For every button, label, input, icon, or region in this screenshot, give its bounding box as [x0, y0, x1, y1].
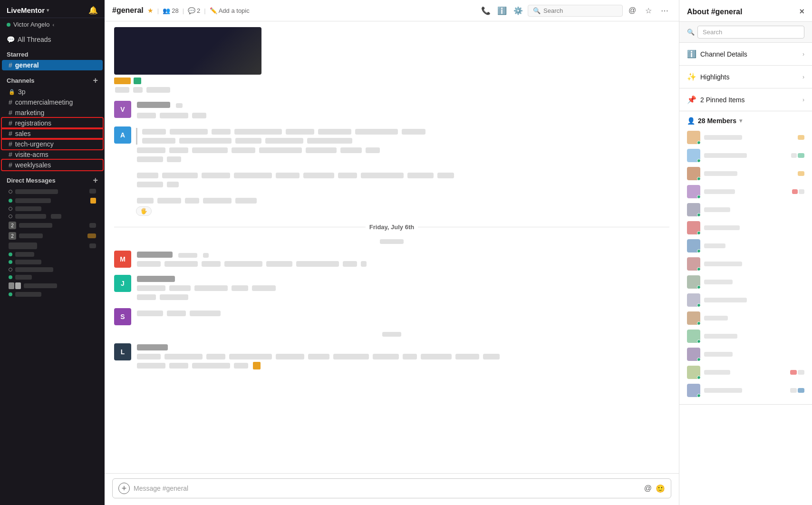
member-row-8[interactable]	[687, 255, 804, 273]
member-badges-14	[790, 370, 804, 375]
member-avatar-13	[687, 348, 700, 361]
dm-item-10[interactable]	[2, 266, 103, 273]
phone-icon-btn[interactable]: 📞	[479, 4, 493, 17]
star-icon[interactable]: ★	[147, 7, 154, 14]
message-input[interactable]	[134, 485, 640, 492]
dm-item-11[interactable]	[2, 273, 103, 281]
dm-item-4[interactable]	[2, 213, 103, 220]
member-row-3[interactable]	[687, 165, 804, 183]
ql10	[179, 138, 232, 144]
member-badges-2	[791, 153, 804, 158]
member-row-15[interactable]	[687, 381, 804, 399]
highlights-chevron: ›	[802, 74, 804, 80]
member-row-5[interactable]	[687, 201, 804, 219]
channels-label: Channels	[7, 77, 35, 84]
add-dm-button[interactable]: +	[93, 176, 98, 185]
member-row-2[interactable]	[687, 146, 804, 165]
pin-icon: 📌	[687, 95, 696, 104]
starred-section-header[interactable]: Starred	[0, 49, 105, 60]
mb5-4	[224, 261, 262, 267]
member-row-12[interactable]	[687, 327, 804, 345]
member-avatar-6	[687, 221, 700, 234]
sidebar-item-registrations[interactable]: # registrations	[2, 118, 103, 128]
member-row-4[interactable]	[687, 183, 804, 201]
member-row-10[interactable]	[687, 291, 804, 309]
sidebar-item-commercialmeeting[interactable]: # commercialmeeting	[2, 97, 103, 107]
pinned-items-row[interactable]: 📌 2 Pinned Items ›	[679, 88, 812, 111]
member-row-6[interactable]	[687, 219, 804, 237]
hash-icon: #	[9, 61, 12, 69]
member-row-14[interactable]	[687, 363, 804, 381]
dm-item-12[interactable]	[2, 281, 103, 291]
close-panel-btn[interactable]: ×	[799, 7, 804, 17]
add-attachment-btn[interactable]: +	[118, 483, 130, 494]
settings-icon-btn[interactable]: ⚙️	[512, 4, 525, 17]
member-status-11	[697, 321, 700, 325]
sidebar-item-sales[interactable]: # sales	[2, 128, 103, 139]
mb6	[306, 147, 337, 153]
member-row-11[interactable]	[687, 309, 804, 327]
message-content-4: 🖐️	[136, 195, 669, 216]
search-input[interactable]	[543, 7, 618, 14]
dm-item-8[interactable]	[2, 251, 103, 258]
highlights-row[interactable]: ✨ Highlights ›	[679, 66, 812, 88]
dm-section-header[interactable]: Direct Messages +	[0, 174, 105, 186]
channel-details-row[interactable]: ℹ️ Channel Details ›	[679, 43, 812, 65]
mb6b-2	[160, 294, 188, 300]
author-8	[137, 344, 168, 350]
reaction-1[interactable]: 🖐️	[136, 206, 152, 216]
channel-name-reg: registrations	[15, 119, 51, 127]
workspace-name[interactable]: LiveMentor ▾	[7, 6, 49, 14]
msg-body-2	[136, 146, 669, 154]
dm-item-9[interactable]	[2, 258, 103, 266]
members-title[interactable]: 👤 28 Members ▾	[687, 117, 742, 125]
member-status-14	[697, 376, 700, 379]
member-flag-1	[798, 135, 804, 140]
channel-name-sales: sales	[15, 130, 31, 137]
bookmark-icon-btn[interactable]: ☆	[642, 4, 655, 17]
ql8	[402, 129, 425, 135]
add-topic-btn[interactable]: ✏️ Add a topic	[210, 7, 250, 14]
at-mention-icon[interactable]: @	[644, 484, 652, 493]
sidebar-item-visite-acms[interactable]: # visite-acms	[2, 149, 103, 160]
sidebar-item-weeklysales[interactable]: # weeklysales	[2, 160, 103, 170]
pinned-items-section: 📌 2 Pinned Items ›	[679, 88, 812, 111]
dm-item-13[interactable]	[2, 291, 103, 298]
messages-area[interactable]: V A	[105, 21, 679, 473]
people-icon: 👥	[163, 7, 170, 14]
member-row-13[interactable]	[687, 345, 804, 363]
member-row-9[interactable]	[687, 273, 804, 291]
dm-item-7[interactable]	[2, 241, 103, 251]
mb8-7	[333, 354, 369, 359]
right-search-input[interactable]	[697, 26, 804, 39]
at-icon-btn[interactable]: @	[626, 4, 639, 17]
sidebar-item-3p[interactable]: 🔒 3p	[2, 87, 103, 97]
mb4-3	[185, 198, 199, 204]
channels-section-header[interactable]: Channels +	[0, 74, 105, 87]
more-icon-btn[interactable]: ⋯	[658, 4, 671, 17]
emoji-icon[interactable]: 🙂	[656, 484, 665, 493]
dm-item-6[interactable]: 2	[2, 231, 103, 241]
online-status-dot	[7, 23, 10, 27]
dm-item-2[interactable]	[2, 196, 103, 205]
mb7	[340, 147, 362, 153]
sidebar-item-tech-urgency[interactable]: # tech-urgency	[2, 139, 103, 149]
all-threads-item[interactable]: 💬 All Threads	[0, 33, 105, 46]
sparkle-icon: ✨	[687, 72, 696, 81]
member-row-1[interactable]	[687, 128, 804, 146]
hash-icon-tu: #	[9, 140, 12, 148]
notification-bell-icon[interactable]: 🔔	[88, 6, 98, 15]
dm-item-3[interactable]	[2, 205, 103, 213]
channels-section: Channels + 🔒 3p # commercialmeeting # ma…	[0, 71, 105, 171]
dm-item-5[interactable]: 2	[2, 220, 103, 231]
search-bar[interactable]: 🔍	[528, 5, 623, 17]
dm-item-1[interactable]	[2, 186, 103, 196]
msg-body-5	[136, 260, 669, 268]
sidebar-item-marketing[interactable]: # marketing	[2, 107, 103, 118]
add-channel-button[interactable]: +	[93, 76, 98, 85]
msg-body-6b	[136, 293, 669, 301]
sidebar-item-general[interactable]: # general	[2, 60, 103, 70]
member-row-7[interactable]	[687, 237, 804, 255]
user-status-row[interactable]: Victor Angelo ‹	[0, 18, 105, 33]
info-icon-btn[interactable]: ℹ️	[495, 4, 509, 17]
